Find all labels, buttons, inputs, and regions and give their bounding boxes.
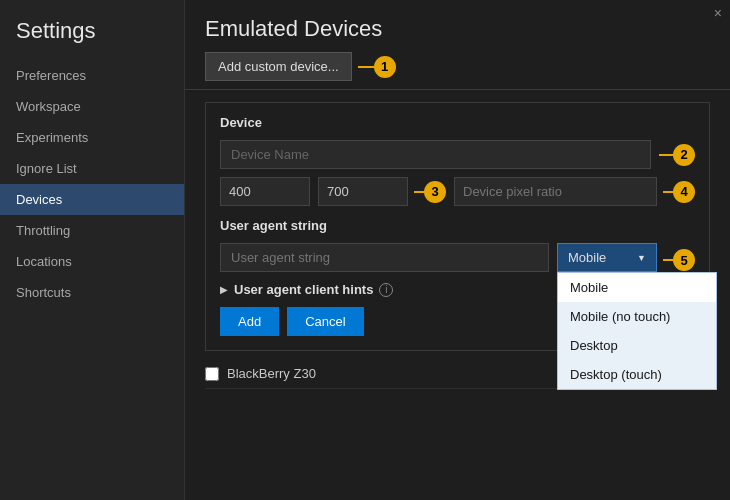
ua-select-container: Mobile ▼ Mobile Mobile (no touch) Deskto… bbox=[557, 243, 657, 272]
ua-option-desktop[interactable]: Desktop bbox=[558, 331, 716, 360]
badge-3-wrapper: 3 bbox=[414, 181, 446, 203]
ua-dropdown-area: Mobile ▼ Mobile Mobile (no touch) Deskto… bbox=[557, 243, 695, 272]
cancel-button[interactable]: Cancel bbox=[287, 307, 363, 336]
page-title: Emulated Devices bbox=[205, 16, 710, 42]
main-header: Emulated Devices Add custom device... 1 bbox=[185, 0, 730, 90]
ua-option-desktop-touch[interactable]: Desktop (touch) bbox=[558, 360, 716, 389]
ua-option-mobile[interactable]: Mobile bbox=[558, 273, 716, 302]
hints-label: User agent client hints bbox=[234, 282, 373, 297]
expand-arrow-icon[interactable]: ▶ bbox=[220, 284, 228, 295]
device-name-blackberry: BlackBerry Z30 bbox=[227, 366, 316, 381]
sidebar-title: Settings bbox=[0, 10, 184, 60]
add-device-button[interactable]: Add custom device... bbox=[205, 52, 352, 81]
dimensions-row: 3 4 bbox=[220, 177, 695, 206]
ua-section-label: User agent string bbox=[220, 218, 695, 233]
badge-4-line bbox=[663, 191, 673, 193]
sidebar-item-locations[interactable]: Locations bbox=[0, 246, 184, 277]
pixel-ratio-input[interactable] bbox=[454, 177, 657, 206]
sidebar-item-workspace[interactable]: Workspace bbox=[0, 91, 184, 122]
badge-5-wrapper: 5 bbox=[663, 249, 695, 271]
ua-row: Mobile ▼ Mobile Mobile (no touch) Deskto… bbox=[220, 243, 695, 272]
badge-3-line bbox=[414, 191, 424, 193]
badge-2-wrapper: 2 bbox=[659, 144, 695, 166]
ua-dropdown: Mobile Mobile (no touch) Desktop Desktop… bbox=[557, 272, 717, 390]
device-section-label: Device bbox=[220, 115, 695, 130]
badge-5-line bbox=[663, 259, 673, 261]
badge-2-line bbox=[659, 154, 673, 156]
main-panel: × Emulated Devices Add custom device... … bbox=[185, 0, 730, 500]
height-wrapper: 3 bbox=[318, 177, 446, 206]
pixel-ratio-wrapper: 4 bbox=[454, 177, 695, 206]
main-content: Device 2 3 bbox=[185, 90, 730, 500]
ua-option-mobile-no-touch[interactable]: Mobile (no touch) bbox=[558, 302, 716, 331]
ua-select-button[interactable]: Mobile ▼ bbox=[557, 243, 657, 272]
chevron-down-icon: ▼ bbox=[637, 253, 646, 263]
sidebar-item-experiments[interactable]: Experiments bbox=[0, 122, 184, 153]
sidebar-item-ignore-list[interactable]: Ignore List bbox=[0, 153, 184, 184]
close-button[interactable]: × bbox=[714, 6, 722, 20]
badge-4: 4 bbox=[673, 181, 695, 203]
info-icon[interactable]: i bbox=[379, 283, 393, 297]
device-section: Device 2 3 bbox=[205, 102, 710, 351]
sidebar-item-shortcuts[interactable]: Shortcuts bbox=[0, 277, 184, 308]
badge-4-wrapper: 4 bbox=[663, 181, 695, 203]
width-input[interactable] bbox=[220, 177, 310, 206]
sidebar-item-throttling[interactable]: Throttling bbox=[0, 215, 184, 246]
ua-selected-label: Mobile bbox=[568, 250, 606, 265]
sidebar-item-preferences[interactable]: Preferences bbox=[0, 60, 184, 91]
device-name-row: 2 bbox=[220, 140, 695, 169]
user-agent-section: User agent string Mobile ▼ Mobile bbox=[220, 218, 695, 272]
add-button[interactable]: Add bbox=[220, 307, 279, 336]
badge-5: 5 bbox=[673, 249, 695, 271]
badge-1-line bbox=[358, 66, 374, 68]
height-input[interactable] bbox=[318, 177, 408, 206]
badge-1: 1 bbox=[374, 56, 396, 78]
device-name-input[interactable] bbox=[220, 140, 651, 169]
ua-input[interactable] bbox=[220, 243, 549, 272]
device-checkbox-blackberry[interactable] bbox=[205, 367, 219, 381]
sidebar-item-devices[interactable]: Devices bbox=[0, 184, 184, 215]
badge-1-wrapper: 1 bbox=[358, 56, 396, 78]
badge-3: 3 bbox=[424, 181, 446, 203]
sidebar: Settings Preferences Workspace Experimen… bbox=[0, 0, 185, 500]
badge-2: 2 bbox=[673, 144, 695, 166]
